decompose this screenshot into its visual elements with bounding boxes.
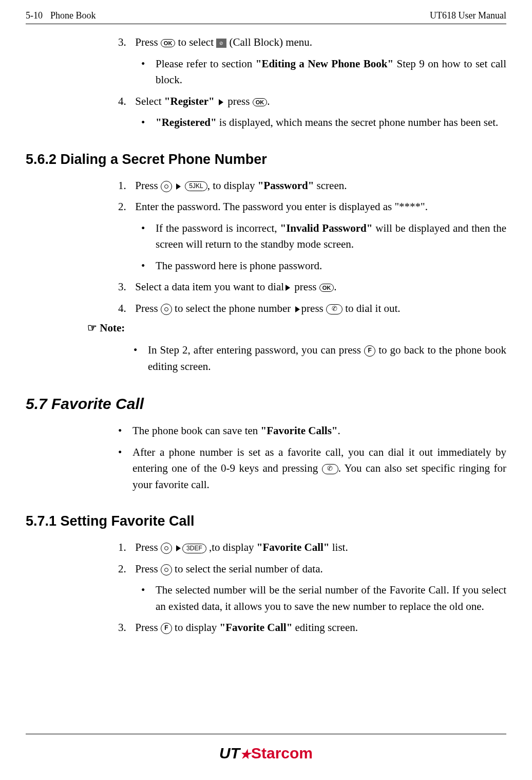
bullet-item: Please refer to section "Editing a New P… — [141, 56, 506, 88]
text: Select a data item you want to dial — [135, 281, 284, 293]
bullet-item: "Registered" is displayed, which means t… — [141, 115, 506, 131]
text-bold: "Favorite Call" — [220, 621, 293, 634]
arrow-icon — [286, 285, 290, 291]
section-heading-major: 5.7 Favorite Call — [26, 395, 506, 413]
nav-circle-icon — [161, 543, 172, 554]
text: ,to display — [206, 541, 257, 553]
text: Press — [135, 563, 161, 575]
bullet-item: If the password is incorrect, "Invalid P… — [141, 220, 506, 253]
list-item: 1. Press 5JKL, to display "Password" scr… — [118, 178, 506, 194]
text-bold: "Password" — [258, 179, 314, 192]
f-button-icon: F — [364, 345, 375, 357]
bullet-item: In Step 2, after entering password, you … — [134, 342, 506, 375]
text: to select — [175, 36, 216, 48]
text: Select — [135, 95, 164, 107]
text-bold: "Favorite Calls" — [261, 424, 338, 437]
page-content: 3. Press OK to select ⊘ (Call Block) men… — [26, 34, 506, 636]
arrow-icon — [176, 545, 181, 551]
text: press — [301, 302, 326, 314]
text: list. — [329, 541, 348, 553]
text: The phone book can save ten — [132, 424, 261, 437]
bullet-item: The password here is phone password. — [141, 258, 506, 274]
ok-button-icon: OK — [253, 98, 268, 106]
logo: UT★Starcom — [219, 745, 313, 762]
text: Press — [135, 541, 161, 553]
text: Press — [135, 302, 161, 314]
list-item: 4. Select "Register" press OK. — [118, 94, 506, 110]
text: editing screen. — [292, 621, 358, 634]
key-5-icon: 5JKL — [185, 181, 207, 191]
section-heading: 5.7.1 Setting Favorite Call — [26, 513, 506, 529]
text: Press — [135, 621, 161, 634]
text: , to display — [207, 179, 258, 192]
list-item: 2. Press to select the serial number of … — [118, 561, 506, 578]
ok-button-icon: OK — [161, 39, 176, 47]
text: press — [292, 281, 319, 293]
section-name: Phone Book — [50, 10, 96, 21]
call-button-icon: ✆ — [322, 464, 338, 474]
ok-button-icon: OK — [319, 284, 334, 292]
text: Enter the password. The password you ent… — [135, 200, 428, 213]
logo-starcom: Starcom — [251, 745, 313, 762]
text: to select the phone number — [172, 302, 294, 314]
bullet-item: The phone book can save ten "Favorite Ca… — [118, 423, 506, 439]
text: press — [225, 95, 253, 107]
f-button-icon: F — [161, 623, 172, 634]
text-bold: "Registered" — [156, 116, 217, 128]
text: (Call Block) menu. — [226, 36, 312, 48]
logo-ut: UT — [219, 745, 240, 762]
text: to dial it out. — [343, 302, 401, 314]
arrow-icon — [295, 306, 300, 312]
text: If the password is incorrect, — [156, 222, 280, 234]
text: The password here is phone password. — [156, 259, 322, 272]
nav-circle-icon — [161, 304, 172, 315]
bullet-item: The selected number will be the serial n… — [141, 582, 506, 615]
bullet-item: After a phone number is set as a favorit… — [118, 444, 506, 493]
text: is displayed, which means the secret pho… — [217, 116, 499, 128]
list-item: 3. Select a data item you want to dial p… — [118, 279, 506, 295]
key-3-icon: 3DEF — [182, 544, 206, 553]
doc-title: UT618 User Manual — [430, 10, 506, 21]
list-item: 3. Press F to display "Favorite Call" ed… — [118, 620, 506, 636]
text-bold: Note: — [97, 322, 125, 334]
text: to display — [172, 621, 220, 634]
text-bold: "Register" — [164, 95, 215, 107]
hand-icon: ☞ — [87, 322, 97, 334]
text-bold: "Favorite Call" — [257, 541, 330, 553]
list-item: 3. Press OK to select ⊘ (Call Block) men… — [118, 34, 506, 51]
text: Press — [135, 179, 161, 192]
call-block-icon: ⊘ — [216, 39, 226, 48]
page-header: 5-10 Phone Book UT618 User Manual — [26, 10, 506, 24]
list-item: 2. Enter the password. The password you … — [118, 199, 506, 215]
text-bold: "Invalid Password" — [280, 222, 373, 234]
text: Please refer to section — [156, 58, 256, 70]
text: screen. — [314, 179, 347, 192]
page-number: 5-10 — [26, 10, 43, 21]
note-label: ☞ Note: — [87, 322, 506, 335]
nav-circle-icon — [161, 181, 172, 192]
list-item: 1. Press 3DEF ,to display "Favorite Call… — [118, 540, 506, 556]
text: to select the serial number of data. — [172, 563, 323, 575]
nav-circle-icon — [161, 564, 172, 575]
logo-star-icon: ★ — [240, 747, 251, 761]
text: The selected number will be the serial n… — [156, 584, 506, 612]
call-button-icon: ✆ — [326, 304, 343, 314]
arrow-icon — [176, 183, 181, 190]
page-footer: UT★Starcom — [26, 734, 506, 762]
section-heading: 5.6.2 Dialing a Secret Phone Number — [26, 152, 506, 168]
text: In Step 2, after entering password, you … — [148, 344, 364, 356]
text-bold: "Editing a New Phone Book" — [256, 58, 393, 70]
list-item: 4. Press to select the phone number pres… — [118, 301, 506, 317]
arrow-icon — [219, 99, 223, 105]
text: Press — [135, 36, 161, 48]
